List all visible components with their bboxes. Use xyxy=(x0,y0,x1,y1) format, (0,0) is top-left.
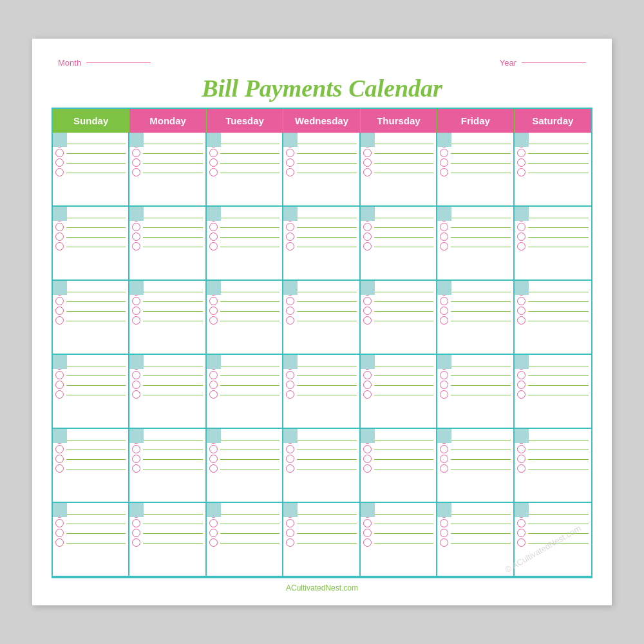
check-circle[interactable] xyxy=(209,390,218,399)
check-circle[interactable] xyxy=(440,297,448,305)
day-cell-week2-day4[interactable] xyxy=(283,207,360,281)
check-circle[interactable] xyxy=(209,223,218,231)
check-circle[interactable] xyxy=(286,538,294,547)
day-cell-week3-day1[interactable] xyxy=(53,281,129,355)
check-circle[interactable] xyxy=(363,445,372,453)
check-circle[interactable] xyxy=(55,297,64,305)
check-circle[interactable] xyxy=(55,242,64,251)
check-circle[interactable] xyxy=(132,529,140,537)
check-circle[interactable] xyxy=(132,242,140,251)
check-circle[interactable] xyxy=(132,519,140,527)
check-circle[interactable] xyxy=(55,371,64,379)
check-circle[interactable] xyxy=(517,371,526,379)
check-circle[interactable] xyxy=(209,297,218,305)
check-circle[interactable] xyxy=(440,390,448,399)
check-circle[interactable] xyxy=(363,149,372,157)
check-circle[interactable] xyxy=(209,529,218,537)
check-circle[interactable] xyxy=(132,149,140,157)
check-circle[interactable] xyxy=(55,529,64,537)
check-circle[interactable] xyxy=(286,307,294,315)
check-circle[interactable] xyxy=(440,316,448,325)
check-circle[interactable] xyxy=(209,445,218,453)
check-circle[interactable] xyxy=(132,381,140,389)
check-circle[interactable] xyxy=(209,307,218,315)
day-cell-week4-day6[interactable] xyxy=(437,355,514,429)
check-circle[interactable] xyxy=(440,519,448,527)
check-circle[interactable] xyxy=(286,232,294,241)
check-circle[interactable] xyxy=(55,381,64,389)
check-circle[interactable] xyxy=(363,158,372,167)
check-circle[interactable] xyxy=(209,158,218,167)
check-circle[interactable] xyxy=(517,538,526,547)
day-cell-week5-day7[interactable] xyxy=(515,429,591,503)
day-cell-week4-day1[interactable] xyxy=(53,355,129,429)
check-circle[interactable] xyxy=(132,464,140,473)
check-circle[interactable] xyxy=(286,464,294,473)
check-circle[interactable] xyxy=(363,529,372,537)
check-circle[interactable] xyxy=(286,445,294,453)
check-circle[interactable] xyxy=(132,371,140,379)
check-circle[interactable] xyxy=(517,232,526,241)
check-circle[interactable] xyxy=(286,149,294,157)
check-circle[interactable] xyxy=(440,307,448,315)
check-circle[interactable] xyxy=(132,307,140,315)
check-circle[interactable] xyxy=(363,168,372,176)
day-cell-week1-day4[interactable] xyxy=(283,133,360,207)
check-circle[interactable] xyxy=(209,519,218,527)
check-circle[interactable] xyxy=(286,168,294,176)
check-circle[interactable] xyxy=(517,316,526,325)
day-cell-week4-day5[interactable] xyxy=(361,355,437,429)
check-circle[interactable] xyxy=(132,158,140,167)
day-cell-week5-day5[interactable] xyxy=(361,429,437,503)
day-cell-week5-day4[interactable] xyxy=(283,429,360,503)
check-circle[interactable] xyxy=(440,168,448,176)
check-circle[interactable] xyxy=(517,464,526,473)
day-cell-week4-day3[interactable] xyxy=(207,355,283,429)
check-circle[interactable] xyxy=(363,381,372,389)
check-circle[interactable] xyxy=(440,232,448,241)
check-circle[interactable] xyxy=(55,149,64,157)
check-circle[interactable] xyxy=(55,538,64,547)
check-circle[interactable] xyxy=(440,149,448,157)
check-circle[interactable] xyxy=(440,538,448,547)
check-circle[interactable] xyxy=(286,455,294,463)
check-circle[interactable] xyxy=(363,371,372,379)
check-circle[interactable] xyxy=(517,519,526,527)
check-circle[interactable] xyxy=(517,445,526,453)
check-circle[interactable] xyxy=(363,464,372,473)
check-circle[interactable] xyxy=(363,390,372,399)
check-circle[interactable] xyxy=(363,538,372,547)
check-circle[interactable] xyxy=(209,242,218,251)
check-circle[interactable] xyxy=(286,519,294,527)
check-circle[interactable] xyxy=(132,390,140,399)
day-cell-week2-day5[interactable] xyxy=(361,207,437,281)
day-cell-week3-day5[interactable] xyxy=(361,281,437,355)
day-cell-week3-day2[interactable] xyxy=(129,281,206,355)
check-circle[interactable] xyxy=(440,455,448,463)
check-circle[interactable] xyxy=(55,307,64,315)
check-circle[interactable] xyxy=(517,242,526,251)
check-circle[interactable] xyxy=(286,371,294,379)
check-circle[interactable] xyxy=(517,297,526,305)
day-cell-week2-day6[interactable] xyxy=(437,207,514,281)
check-circle[interactable] xyxy=(209,316,218,325)
check-circle[interactable] xyxy=(286,223,294,231)
check-circle[interactable] xyxy=(209,232,218,241)
check-circle[interactable] xyxy=(440,381,448,389)
check-circle[interactable] xyxy=(132,223,140,231)
check-circle[interactable] xyxy=(209,538,218,547)
check-circle[interactable] xyxy=(286,390,294,399)
day-cell-week6-day6[interactable] xyxy=(437,503,514,577)
check-circle[interactable] xyxy=(55,223,64,231)
day-cell-week2-day2[interactable] xyxy=(129,207,206,281)
check-circle[interactable] xyxy=(55,158,64,167)
day-cell-week5-day1[interactable] xyxy=(53,429,129,503)
check-circle[interactable] xyxy=(55,232,64,241)
check-circle[interactable] xyxy=(55,519,64,527)
check-circle[interactable] xyxy=(517,390,526,399)
day-cell-week6-day5[interactable] xyxy=(361,503,437,577)
day-cell-week3-day4[interactable] xyxy=(283,281,360,355)
check-circle[interactable] xyxy=(132,297,140,305)
check-circle[interactable] xyxy=(440,242,448,251)
check-circle[interactable] xyxy=(132,445,140,453)
